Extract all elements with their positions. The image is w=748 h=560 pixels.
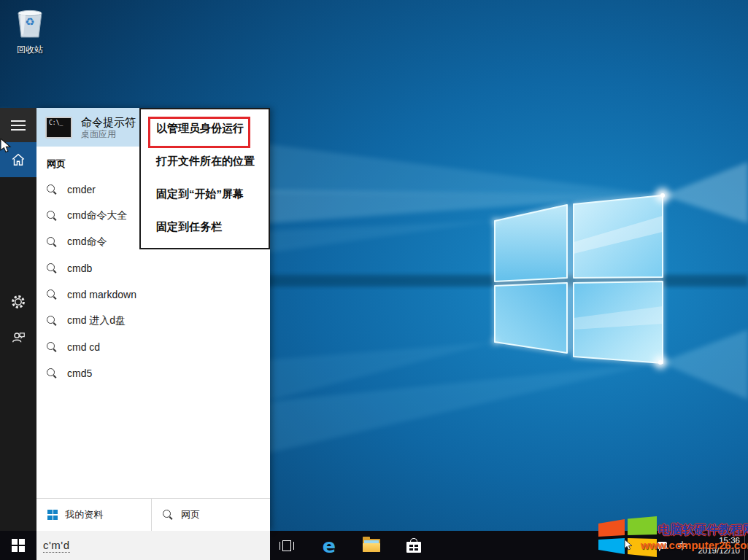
store-button[interactable] [401,531,426,560]
search-input[interactable]: c'm'd [36,531,270,560]
top-result-subtitle: 桌面应用 [81,129,136,140]
task-view-icon [279,540,294,551]
feedback-tab[interactable] [0,321,36,353]
search-icon [47,184,58,195]
menu-item-run-as-admin[interactable]: 以管理员身份运行 [156,118,269,139]
watermark-cursor-icon [624,540,634,551]
task-view-button[interactable] [274,531,299,560]
file-explorer-button[interactable] [359,531,384,560]
gear-icon [10,294,26,310]
ime-indicator[interactable]: 中 [677,541,687,551]
suggestion-row[interactable]: cmd cd [36,334,270,360]
search-icon [47,211,58,222]
person-feedback-icon [10,329,26,345]
search-icon [47,289,58,300]
mouse-cursor [0,139,12,155]
clock-time: 15:36 [698,535,740,545]
settings-tab[interactable] [0,286,36,318]
web-section-header: 网页 [47,158,66,171]
my-stuff-button[interactable]: 我的资料 [36,499,152,531]
search-flyout-rail [0,108,36,531]
search-icon [47,263,58,274]
message-tray-button[interactable] [658,542,667,549]
search-icon [163,510,174,521]
search-icon [47,237,58,248]
suggestion-row[interactable]: cmdb [36,255,270,281]
search-icon [47,342,58,353]
display-network-icon [636,542,647,550]
recycle-bin-label: 回收站 [9,44,51,56]
menu-button[interactable] [0,108,36,142]
my-stuff-label: 我的资料 [65,508,103,521]
start-button[interactable] [0,531,36,560]
edge-icon: e [323,536,336,556]
windows-logo-icon [47,510,58,520]
edge-button[interactable]: e [317,531,342,560]
suggestion-row[interactable]: cmd markdown [36,281,270,308]
web-search-label: 网页 [181,508,200,521]
search-input-value: c'm'd [43,539,70,553]
search-filter-bar: 我的资料 网页 [36,498,270,531]
command-prompt-icon: C:\_ [45,117,72,139]
search-icon [47,316,58,327]
suggestion-row[interactable]: cmd 进入d盘 [36,308,270,334]
show-desktop-button[interactable] [744,531,748,560]
web-search-button[interactable]: 网页 [152,499,270,531]
speech-bubble-icon [658,542,667,549]
svg-text:♻: ♻ [25,15,34,28]
top-result-title: 命令提示符 [81,115,136,129]
clock[interactable]: 15:36 2019/12/10 [698,535,740,556]
menu-item-pin-to-start[interactable]: 固定到“开始”屏幕 [156,184,269,204]
system-tray: 中 15:36 2019/12/10 [615,531,748,560]
menu-item-open-file-location[interactable]: 打开文件所在的位置 [156,151,269,171]
file-explorer-icon [363,539,380,552]
clock-date: 2019/12/10 [698,545,740,556]
suggestion-row[interactable]: cmd5 [36,360,270,386]
network-tray-button[interactable] [636,542,647,550]
hamburger-icon [11,120,26,122]
context-menu: 以管理员身份运行 打开文件所在的位置 固定到“开始”屏幕 固定到任务栏 [139,108,270,249]
menu-item-pin-to-taskbar[interactable]: 固定到任务栏 [156,217,269,237]
home-icon [10,152,26,168]
desktop: ♻ 回收站 e 中 15:36 2019/12/10 [0,0,748,560]
windows-logo-icon [12,539,25,552]
recycle-bin-icon: ♻ [13,6,47,39]
search-icon [47,368,58,379]
recycle-bin-shortcut[interactable]: ♻ 回收站 [9,6,51,56]
store-icon [406,538,421,553]
